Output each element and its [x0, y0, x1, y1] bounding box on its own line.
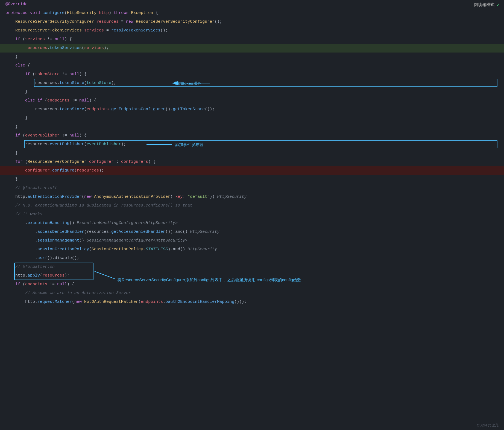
code-line: .sessionManagement() SessionManagementCo…: [0, 236, 504, 245]
code-line: if (endpoints != null) {: [0, 280, 504, 289]
watermark: CSDN @兜凡: [477, 423, 499, 428]
code-line: http.authenticationProvider(new Anonymou…: [0, 193, 504, 201]
code-line: else if (endpoints != null) {: [0, 96, 504, 105]
code-line: resources.tokenStore(endpoints.getEndpoi…: [0, 105, 504, 114]
code-line: protected void configure(HttpSecurity ht…: [0, 9, 504, 18]
code-line: if (eventPublisher != null) {: [0, 131, 504, 140]
code-line: else {: [0, 61, 504, 70]
code-line: // N.B. exceptionHandling is duplicated …: [0, 201, 504, 210]
code-line: resources.eventPublisher(eventPublisher)…: [0, 140, 504, 149]
code-line: }: [0, 123, 504, 131]
code-line: ResourceServerSecurityConfigurer resourc…: [0, 18, 504, 26]
code-line: // @formatter:off: [0, 184, 504, 193]
code-line: .sessionCreationPolicy(SessionCreationPo…: [0, 245, 504, 254]
code-line: }: [0, 114, 504, 123]
code-line: ResourceServerTokenServices services = r…: [0, 26, 504, 35]
code-line: }: [0, 53, 504, 61]
code-line: .accessDeniedHandler(resources.getAccess…: [0, 228, 504, 236]
code-line: http.apply(resources);: [0, 271, 504, 280]
code-line: }: [0, 149, 504, 158]
top-bar: 阅读器模式 ✓: [470, 0, 504, 9]
code-line: if (services != null) {: [0, 35, 504, 44]
code-area: @Overrideprotected void configure(HttpSe…: [0, 0, 504, 306]
code-line: .exceptionHandling() ExceptionHandlingCo…: [0, 219, 504, 228]
code-line: resources.tokenStore(tokenStore);: [0, 79, 504, 88]
code-line: // it works: [0, 210, 504, 219]
code-line: // Assume we are in an Authorization Ser…: [0, 289, 504, 298]
code-line: @Override: [0, 0, 504, 9]
reader-mode-label[interactable]: 阅读器模式: [474, 2, 494, 7]
code-line: if (tokenStore != null) {: [0, 70, 504, 79]
code-line: configurer.configure(resources);: [0, 166, 504, 175]
code-line: resources.tokenServices(services);: [0, 44, 504, 53]
code-line: for (ResourceServerConfigurer configurer…: [0, 158, 504, 166]
code-line: }: [0, 175, 504, 184]
code-line: // @formatter:on: [0, 263, 504, 271]
code-line: http.requestMatcher(new NotOAuthRequestM…: [0, 298, 504, 306]
code-line: }: [0, 88, 504, 96]
code-line: .csrf().disable();: [0, 254, 504, 263]
checkmark-icon: ✓: [497, 2, 500, 8]
